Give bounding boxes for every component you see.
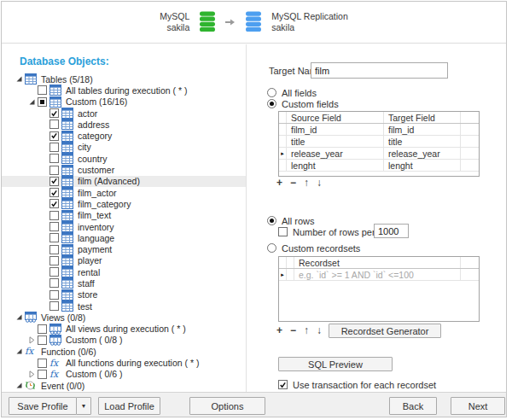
tree-item[interactable]: All tables during execution ( * ) xyxy=(2,85,246,96)
tree-item-checkbox[interactable] xyxy=(38,370,47,379)
tree-item[interactable]: city xyxy=(2,142,246,153)
source-field-cell[interactable]: title xyxy=(287,136,384,147)
all-fields-option[interactable]: All fields xyxy=(267,87,317,98)
tree-item[interactable]: film (Advanced) xyxy=(2,176,246,187)
save-profile-button[interactable]: Save Profile xyxy=(9,397,77,415)
all-rows-radio[interactable] xyxy=(267,216,276,225)
sql-preview-button[interactable]: SQL Preview xyxy=(278,357,393,371)
tree-item[interactable]: film_category xyxy=(2,198,246,209)
save-profile-dropdown-button[interactable]: ▾ xyxy=(76,397,91,415)
tree-item[interactable]: customer xyxy=(2,164,246,175)
custom-fields-radio[interactable] xyxy=(267,99,276,108)
fields-grid[interactable]: Source Field Target Field film_idfilm_id… xyxy=(278,111,480,177)
tree-item-checkbox[interactable] xyxy=(49,301,59,311)
source-field-column-header[interactable]: Source Field xyxy=(287,112,384,123)
move-recordset-down-button[interactable]: ↓ xyxy=(317,325,322,335)
recordset-generator-button[interactable]: Recordset Generator xyxy=(329,324,441,338)
tree-item-checkbox[interactable] xyxy=(49,256,59,265)
tree-item-checkbox[interactable] xyxy=(49,290,59,300)
tree-item-checkbox[interactable] xyxy=(49,211,59,220)
tree-item-checkbox[interactable] xyxy=(49,120,59,129)
source-field-cell[interactable]: lenght xyxy=(287,160,384,171)
move-recordset-up-button[interactable]: ↑ xyxy=(304,325,309,335)
target-field-cell[interactable]: release_year xyxy=(384,148,461,159)
tree-item[interactable]: staff xyxy=(2,277,246,289)
expand-icon[interactable] xyxy=(28,336,38,344)
add-field-button[interactable]: + xyxy=(276,178,282,188)
collapse-icon[interactable] xyxy=(15,75,25,83)
tree-item-checkbox[interactable] xyxy=(38,359,47,368)
tree-item-checkbox[interactable] xyxy=(38,324,47,334)
tree-item-checkbox[interactable] xyxy=(49,108,59,118)
custom-fields-option[interactable]: Custom fields xyxy=(267,98,339,109)
tree-item-checkbox[interactable] xyxy=(49,245,59,254)
tree-item-checkbox[interactable] xyxy=(49,131,59,141)
tree-item-checkbox[interactable] xyxy=(49,166,59,175)
tree-item-checkbox[interactable] xyxy=(38,97,47,107)
tree-item-checkbox[interactable] xyxy=(38,85,47,95)
collapse-icon[interactable] xyxy=(15,347,25,355)
recordset-row[interactable]: ▸ e.g. `id` >= 1 AND `id` <=100 xyxy=(279,269,479,281)
collapse-icon[interactable] xyxy=(15,382,25,389)
move-field-down-button[interactable]: ↓ xyxy=(317,178,322,188)
move-field-up-button[interactable]: ↑ xyxy=(304,178,309,188)
batch-checkbox[interactable] xyxy=(278,227,288,236)
tree-item-checkbox[interactable] xyxy=(49,222,59,231)
tree-item[interactable]: fxFunction (0/6) xyxy=(2,346,246,357)
tree-item-checkbox[interactable] xyxy=(49,143,59,152)
field-mapping-row[interactable]: lenghtlenght xyxy=(279,160,479,172)
tree-item-checkbox[interactable] xyxy=(38,335,47,345)
all-rows-option[interactable]: All rows xyxy=(267,215,315,226)
custom-recordsets-option[interactable]: Custom recordsets xyxy=(267,242,360,254)
tree-item-checkbox[interactable] xyxy=(49,188,59,197)
tree-item[interactable]: Views (0/8) xyxy=(2,312,246,323)
back-button[interactable]: Back xyxy=(389,397,437,415)
tree-item[interactable]: actor xyxy=(2,108,246,119)
target-field-cell[interactable]: film_id xyxy=(384,124,461,135)
tree-item[interactable]: payment xyxy=(2,243,246,254)
tree-item[interactable]: player xyxy=(2,255,246,266)
load-profile-button[interactable]: Load Profile xyxy=(98,397,160,415)
tree-item[interactable]: store xyxy=(2,289,246,300)
tree-item-checkbox[interactable] xyxy=(49,233,59,242)
field-mapping-row[interactable]: ▸release_yearrelease_year xyxy=(279,148,479,160)
remove-field-button[interactable]: − xyxy=(290,178,296,188)
tree-item-checkbox[interactable] xyxy=(49,278,59,288)
tree-item[interactable]: inventory xyxy=(2,221,246,232)
custom-recordsets-radio[interactable] xyxy=(267,243,276,253)
target-field-cell[interactable]: lenght xyxy=(384,160,461,171)
tree-item-checkbox[interactable] xyxy=(49,177,59,186)
tree-item[interactable]: category xyxy=(2,130,246,141)
tree-item[interactable]: Event (0/0) xyxy=(2,380,246,391)
tree-item-checkbox[interactable] xyxy=(49,199,59,208)
add-recordset-button[interactable]: + xyxy=(276,325,282,335)
source-field-cell[interactable]: film_id xyxy=(287,124,384,135)
use-transaction-checkbox[interactable] xyxy=(278,380,288,389)
tree-item-checkbox[interactable] xyxy=(49,154,59,163)
tree-item[interactable]: test xyxy=(2,300,246,312)
tree-item-checkbox[interactable] xyxy=(49,267,59,277)
target-name-input[interactable] xyxy=(311,62,448,79)
tree-item[interactable]: fxCustom ( 0/6 ) xyxy=(2,369,246,380)
collapse-icon[interactable] xyxy=(15,313,25,321)
remove-recordset-button[interactable]: − xyxy=(290,325,296,335)
tree-item[interactable]: All views during execution ( * ) xyxy=(2,324,246,335)
recordset-column-header[interactable]: Recordset xyxy=(294,257,461,268)
field-mapping-row[interactable]: titletitle xyxy=(279,136,479,148)
tree-item[interactable]: film_text xyxy=(2,210,246,221)
tree-item[interactable]: film_actor xyxy=(2,187,246,198)
expand-icon[interactable] xyxy=(28,370,38,378)
options-button[interactable]: Options xyxy=(189,397,265,415)
use-transaction-option[interactable]: Use transaction for each recordset xyxy=(278,379,436,390)
tree-item[interactable]: fxAll functions during execution ( * ) xyxy=(2,357,246,368)
next-button[interactable]: Next xyxy=(451,397,505,415)
source-field-cell[interactable]: release_year xyxy=(287,148,384,159)
tree-item[interactable]: Tables (5/18) xyxy=(2,73,246,85)
target-field-cell[interactable]: title xyxy=(384,136,461,147)
all-fields-radio[interactable] xyxy=(267,88,276,97)
tree-item[interactable]: Custom (16/16) xyxy=(2,96,246,108)
tree-item[interactable]: language xyxy=(2,232,246,243)
target-field-column-header[interactable]: Target Field xyxy=(384,112,461,123)
tree-item[interactable]: address xyxy=(2,119,246,130)
recordset-grid[interactable]: Recordset ▸ e.g. `id` >= 1 AND `id` <=10… xyxy=(278,256,480,322)
